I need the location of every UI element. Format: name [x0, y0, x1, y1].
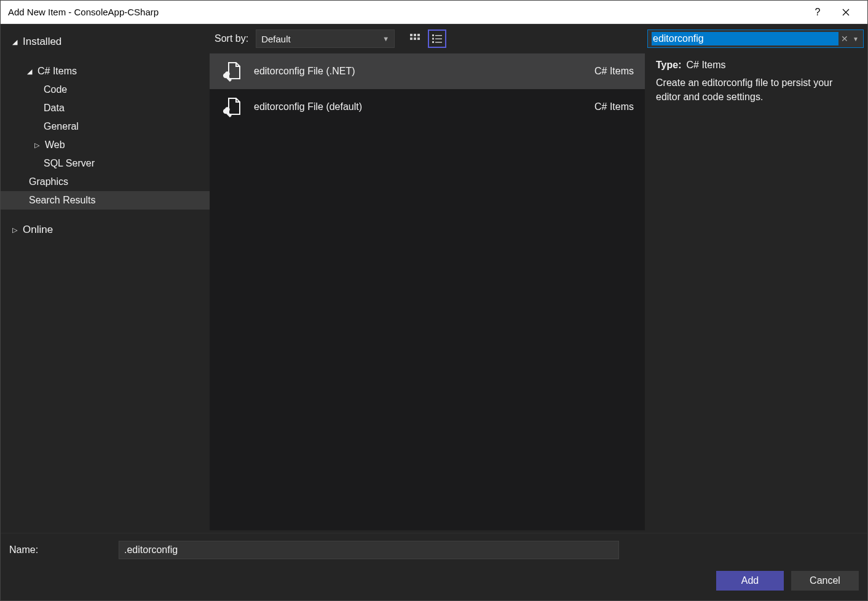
template-label: editorconfig File (.NET): [254, 66, 583, 77]
window-title: Add New Item - ConsoleApp-CSharp: [8, 7, 159, 17]
svg-rect-7: [435, 35, 442, 36]
tree-label: Search Results: [29, 195, 96, 206]
chevron-down-icon: ▼: [382, 35, 389, 42]
list-icon: [432, 33, 443, 44]
footer: Name: Add Cancel: [1, 533, 867, 600]
svg-rect-10: [432, 41, 434, 43]
expand-down-icon: ◢: [10, 38, 19, 46]
tree-label: C# Items: [37, 66, 77, 77]
close-icon: ✕: [841, 34, 848, 44]
name-row: Name:: [1, 533, 867, 567]
dialog-window: Add New Item - ConsoleApp-CSharp ? ◢ Ins…: [0, 0, 868, 601]
cancel-button-label: Cancel: [810, 575, 840, 586]
template-category: C# Items: [594, 101, 634, 112]
tree-label: Web: [45, 139, 65, 151]
template-item-editorconfig-default[interactable]: editorconfig File (default) C# Items: [210, 89, 645, 125]
details-pane: Type: C# Items Create an editorconfig fi…: [647, 53, 867, 533]
expand-right-icon: ▷: [10, 226, 19, 234]
tree-item-data[interactable]: Data: [1, 99, 210, 117]
dialog-body: ◢ Installed ◢ C# Items Code Data General: [1, 24, 867, 600]
tree-label: Graphics: [29, 176, 68, 187]
tree-item-online[interactable]: ▷ Online: [1, 221, 210, 239]
tree-label: Online: [23, 224, 53, 236]
details-type-row: Type: C# Items: [656, 60, 859, 71]
tree-item-search-results[interactable]: Search Results: [1, 191, 210, 210]
tree-item-code[interactable]: Code: [1, 81, 210, 99]
template-item-editorconfig-net[interactable]: editorconfig File (.NET) C# Items: [210, 53, 645, 89]
search-dropdown-button[interactable]: ▼: [851, 30, 861, 47]
search-input-wrapper[interactable]: editorconfig ✕ ▼: [647, 29, 864, 48]
help-button[interactable]: ?: [803, 1, 832, 24]
button-row: Add Cancel: [1, 567, 867, 600]
tree-label: Installed: [23, 36, 61, 48]
svg-rect-8: [432, 38, 434, 40]
details-type-value: C# Items: [686, 60, 725, 71]
close-icon: [842, 9, 850, 16]
mid-split: editorconfig File (.NET) C# Items: [210, 53, 867, 533]
add-button[interactable]: Add: [716, 571, 784, 591]
details-description: Create an editorconfig file to persist y…: [656, 76, 859, 104]
svg-rect-0: [410, 34, 412, 36]
cancel-button[interactable]: Cancel: [791, 571, 859, 591]
tree-label: Data: [44, 103, 65, 114]
sort-by-label: Sort by:: [215, 33, 248, 44]
name-label: Name:: [9, 544, 109, 556]
view-toggle-group: [406, 29, 446, 48]
svg-rect-3: [410, 37, 412, 40]
file-wrench-icon: [221, 60, 243, 82]
tree-item-sql-server[interactable]: SQL Server: [1, 154, 210, 173]
view-grid-button[interactable]: [406, 29, 424, 48]
svg-rect-2: [417, 34, 420, 36]
expand-down-icon: ◢: [25, 68, 34, 76]
search-input[interactable]: editorconfig: [652, 32, 838, 45]
grid-icon: [409, 33, 420, 44]
svg-rect-6: [432, 34, 434, 36]
file-wrench-icon: [221, 96, 243, 118]
tree-label: General: [44, 121, 79, 132]
close-button[interactable]: [832, 1, 860, 24]
content-area: ◢ Installed ◢ C# Items Code Data General: [1, 24, 867, 533]
chevron-down-icon: ▼: [853, 36, 859, 42]
toolbar-row: Sort by: Default ▼: [210, 24, 867, 53]
details-type-key: Type:: [656, 60, 681, 71]
category-tree: ◢ Installed ◢ C# Items Code Data General: [1, 24, 210, 533]
tree-label: Code: [44, 84, 67, 95]
view-list-button[interactable]: [428, 29, 446, 48]
template-category: C# Items: [594, 66, 634, 77]
template-label: editorconfig File (default): [254, 101, 583, 112]
tree-item-general[interactable]: General: [1, 117, 210, 136]
tree-item-csharp-items[interactable]: ◢ C# Items: [1, 62, 210, 81]
svg-rect-11: [435, 42, 442, 43]
svg-rect-9: [435, 39, 442, 40]
tree-item-web[interactable]: ▷ Web: [1, 136, 210, 154]
tree-label: SQL Server: [44, 158, 95, 169]
svg-rect-5: [417, 37, 420, 40]
sort-by-value: Default: [261, 34, 291, 44]
clear-search-button[interactable]: ✕: [838, 30, 851, 47]
expand-right-icon: ▷: [33, 141, 41, 149]
help-icon: ?: [815, 7, 821, 18]
sort-by-select[interactable]: Default ▼: [256, 29, 395, 48]
tree-item-installed[interactable]: ◢ Installed: [1, 33, 210, 51]
main-area: Sort by: Default ▼: [210, 24, 867, 533]
titlebar: Add New Item - ConsoleApp-CSharp ?: [1, 1, 867, 24]
name-input[interactable]: [119, 541, 619, 559]
svg-rect-4: [414, 37, 416, 40]
template-list: editorconfig File (.NET) C# Items: [210, 53, 645, 530]
svg-rect-1: [414, 34, 416, 36]
add-button-label: Add: [741, 575, 759, 586]
tree-item-graphics[interactable]: Graphics: [1, 173, 210, 191]
